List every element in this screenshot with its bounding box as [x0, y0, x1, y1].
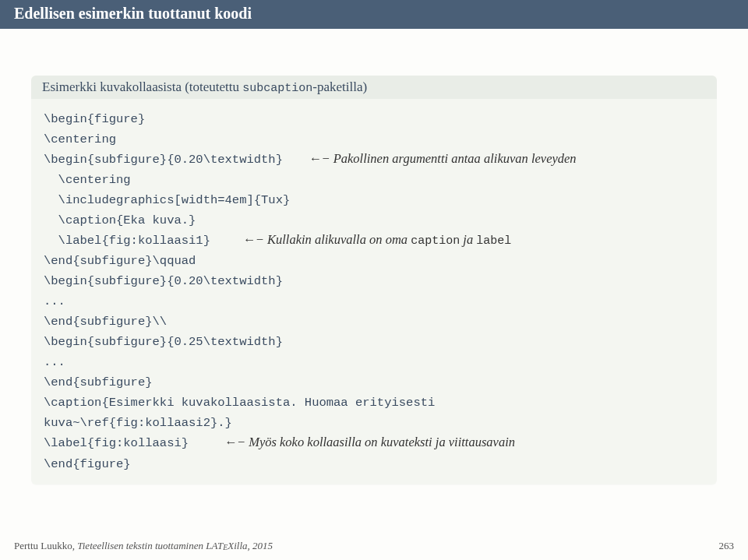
footer-author: Perttu Luukko,	[14, 540, 77, 551]
footer-title2: Xilla, 2015	[228, 540, 273, 551]
arrow-icon: ←−	[224, 435, 245, 449]
heading-pkg: subcaption	[242, 82, 312, 95]
footer: Perttu Luukko, Tieteellisen tekstin tuot…	[14, 540, 734, 552]
code-line: \end{subfigure}	[44, 375, 153, 389]
annotation-code: caption	[411, 234, 460, 248]
code-line: \begin{figure}	[44, 112, 145, 126]
code-line: \begin{subfigure}{0.25\textwidth}	[44, 335, 283, 349]
heading-post: -paketilla)	[312, 79, 367, 94]
code-line: \centering	[44, 173, 131, 187]
code-line: \label{fig:kollaasi}	[44, 436, 189, 450]
example-block: Esimerkki kuvakollaasista (toteutettu su…	[31, 76, 717, 484]
code-line: \label{fig:kollaasi1}	[44, 234, 210, 248]
code-line: \begin{subfigure}{0.20\textwidth}	[44, 274, 283, 288]
code-line: \includegraphics[width=4em]{Tux}	[44, 193, 290, 207]
footer-left: Perttu Luukko, Tieteellisen tekstin tuot…	[14, 540, 273, 552]
page-number: 263	[719, 540, 735, 552]
annotation: Pakollinen argumentti antaa alikuvan lev…	[333, 151, 577, 166]
content-area: Esimerkki kuvakollaasista (toteutettu su…	[0, 29, 748, 484]
code-line: \centering	[44, 132, 116, 146]
annotation-text: ja	[460, 232, 476, 247]
heading-pre: Esimerkki kuvakollaasista (toteutettu	[42, 79, 242, 94]
code-line: \begin{subfigure}{0.20\textwidth}	[44, 153, 283, 167]
code-listing: \begin{figure} \centering \begin{subfigu…	[31, 99, 717, 484]
code-line: \end{figure}	[44, 457, 131, 471]
code-line: \end{subfigure}\qquad	[44, 254, 196, 268]
code-line: ...	[44, 294, 65, 308]
example-heading: Esimerkki kuvakollaasista (toteutettu su…	[31, 76, 717, 99]
slide-title: Edellisen esimerkin tuottanut koodi	[0, 0, 748, 29]
annotation: Kullakin alikuvalla on oma caption ja la…	[267, 232, 511, 247]
code-line: kuva~\ref{fig:kollaasi2}.}	[44, 416, 232, 430]
code-line: \end{subfigure}\\	[44, 315, 167, 329]
arrow-icon: ←−	[309, 151, 330, 166]
code-line: \caption{Eka kuva.}	[44, 213, 196, 227]
footer-title: Tieteellisen tekstin tuottaminen LAT	[77, 540, 223, 551]
arrow-icon: ←−	[242, 232, 264, 247]
annotation-code: label	[476, 234, 511, 248]
code-line: \caption{Esimerkki kuvakollaasista. Huom…	[44, 396, 435, 410]
code-line: ...	[44, 355, 65, 369]
annotation: Myös koko kollaasilla on kuvateksti ja v…	[249, 435, 515, 449]
annotation-text: Kullakin alikuvalla on oma	[267, 232, 411, 247]
